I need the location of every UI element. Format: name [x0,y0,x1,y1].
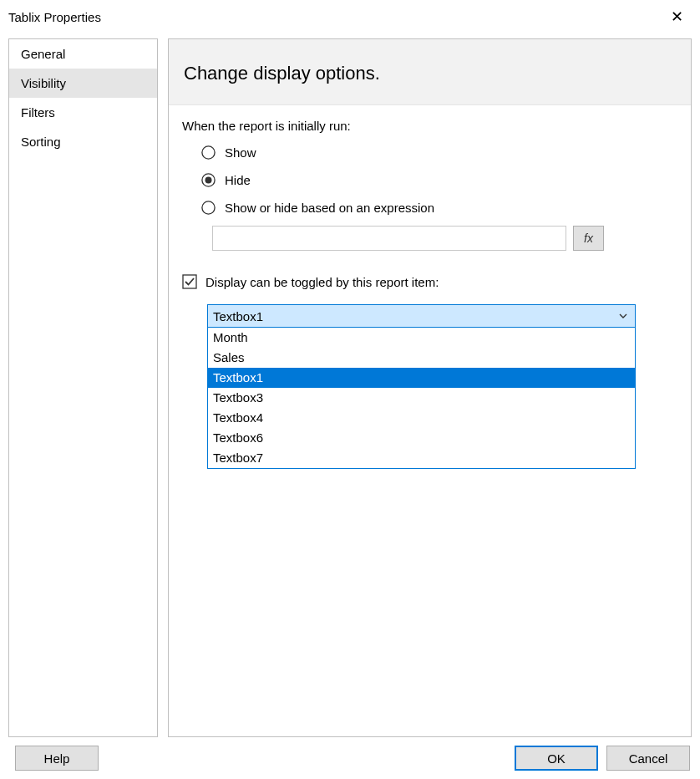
toggle-item-dropdown[interactable]: Textbox1 Month Sales Textbox1 Textbox3 T… [207,304,636,469]
dropdown-option-textbox1[interactable]: Textbox1 [208,368,635,388]
initial-run-label: When the report is initially run: [182,119,677,133]
initial-run-radio-group: Show Hide Show or hide based on an expre… [182,145,677,216]
help-button[interactable]: Help [15,746,99,771]
content-area: General Visibility Filters Sorting Chang… [0,33,700,737]
expression-row: fx [182,226,677,251]
dropdown-option-textbox3[interactable]: Textbox3 [208,388,635,408]
sidebar: General Visibility Filters Sorting [8,38,158,737]
titlebar: Tablix Properties ✕ [0,0,700,33]
panel-heading: Change display options. [169,39,691,105]
radio-icon-unchecked [200,200,216,216]
panel-body: When the report is initially run: Show H… [169,105,691,469]
dropdown-option-sales[interactable]: Sales [208,348,635,368]
fx-icon: fx [584,232,593,245]
svg-point-0 [202,146,215,159]
chevron-down-icon [618,311,628,321]
svg-point-2 [205,177,212,184]
sidebar-item-sorting[interactable]: Sorting [9,127,157,156]
radio-row-show[interactable]: Show [200,145,677,160]
dropdown-selected[interactable]: Textbox1 [207,304,636,328]
radio-label-show: Show [225,145,256,160]
radio-icon-checked [200,172,216,188]
radio-row-hide[interactable]: Hide [200,172,677,188]
svg-point-3 [202,201,215,214]
radio-icon-unchecked [200,145,216,160]
dropdown-list: Month Sales Textbox1 Textbox3 Textbox4 T… [207,328,636,469]
dropdown-option-textbox6[interactable]: Textbox6 [208,428,635,448]
ok-button[interactable]: OK [515,746,598,771]
checkbox-icon-checked [182,274,197,289]
button-bar-right: OK Cancel [515,746,690,771]
button-bar: Help OK Cancel [0,746,700,771]
toggle-checkbox-label: Display can be toggled by this report it… [205,275,439,289]
close-button[interactable]: ✕ [664,6,690,28]
radio-row-expression[interactable]: Show or hide based on an expression [200,200,677,216]
sidebar-item-general[interactable]: General [9,39,157,69]
fx-button[interactable]: fx [573,226,604,251]
main-panel: Change display options. When the report … [168,38,692,737]
dropdown-selected-text: Textbox1 [213,309,263,323]
expression-input[interactable] [212,226,566,251]
radio-label-hide: Hide [225,173,251,187]
sidebar-item-visibility[interactable]: Visibility [9,69,157,98]
dropdown-option-textbox4[interactable]: Textbox4 [208,408,635,428]
radio-label-expression: Show or hide based on an expression [225,201,434,215]
dropdown-option-textbox7[interactable]: Textbox7 [208,448,635,468]
cancel-button[interactable]: Cancel [606,746,690,771]
sidebar-item-filters[interactable]: Filters [9,98,157,127]
dropdown-option-month[interactable]: Month [208,328,635,348]
toggle-checkbox-row[interactable]: Display can be toggled by this report it… [182,274,677,289]
svg-rect-4 [183,275,196,288]
window-title: Tablix Properties [8,10,101,24]
